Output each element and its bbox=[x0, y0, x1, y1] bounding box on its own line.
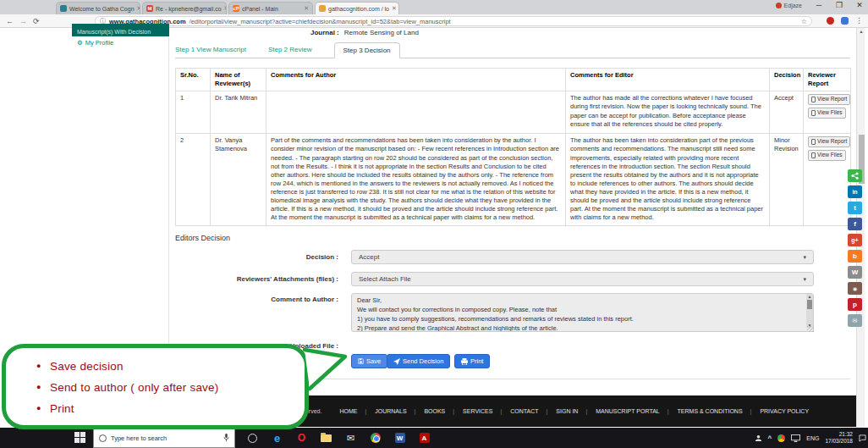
scroll-up-arrow[interactable]: ▲ bbox=[857, 29, 865, 34]
notification-center-icon[interactable] bbox=[859, 434, 866, 442]
journal-value: Remote Sensing of Land bbox=[344, 29, 419, 36]
word-icon[interactable]: W bbox=[387, 428, 412, 448]
language-indicator[interactable]: ENG bbox=[806, 435, 819, 441]
footer-link[interactable]: JOURNALS bbox=[371, 408, 420, 414]
tab-title: Welcome to Gatha Cogn bbox=[69, 6, 135, 12]
address-bar[interactable]: ⓘ www.gathacognition.com /editorportal/v… bbox=[95, 16, 812, 26]
browser-tab-3[interactable]: cP cPanel - Main ✕ bbox=[228, 2, 313, 14]
document-icon bbox=[811, 110, 816, 116]
footer-link[interactable]: PRIVACY POLICY bbox=[755, 408, 813, 414]
footer-links: HOME JOURNALS BOOKS SERVICES CONTACT SIG… bbox=[335, 408, 813, 414]
extension-icon-blue[interactable] bbox=[841, 17, 849, 25]
tab-close-icon[interactable]: ✕ bbox=[224, 5, 227, 12]
file-explorer-icon[interactable] bbox=[314, 428, 338, 448]
sidebar-item-my-profile[interactable]: ⚙ My Profile bbox=[77, 39, 113, 47]
footer-link[interactable]: TERMS & CONDITIONS bbox=[673, 408, 756, 414]
comment-to-author-textarea[interactable]: Dear Sir, We will contact you for correc… bbox=[351, 293, 814, 332]
save-button[interactable]: Save bbox=[351, 354, 387, 368]
google-plus-icon[interactable]: g+ bbox=[848, 234, 862, 246]
col-decision: Decision bbox=[770, 69, 804, 91]
acrobat-icon[interactable]: A bbox=[412, 428, 437, 448]
social-share-bar: in t f g+ b W ◉ p ✉ bbox=[848, 169, 863, 327]
footer-link[interactable]: SIGN IN bbox=[552, 408, 591, 414]
tray-chevron-icon[interactable]: ^ bbox=[768, 434, 772, 442]
browser-tab-1[interactable]: Welcome to Gatha Cogn ✕ bbox=[56, 2, 140, 14]
browser-tab-4-active[interactable]: gathacognition.com / lo ✕ bbox=[315, 2, 399, 14]
callout-item: Send to author ( only after save) bbox=[36, 377, 305, 398]
col-comments-author: Comments for Author bbox=[266, 69, 566, 91]
journal-label: Journal : bbox=[310, 29, 339, 36]
tab-step2-review[interactable]: Step 2 Review bbox=[268, 46, 312, 58]
tab-step3-decision-active[interactable]: Step 3 Decision bbox=[334, 42, 400, 58]
sidebar-item-manuscripts-with-decision[interactable]: Manuscript(s) With Decision bbox=[72, 24, 169, 36]
extension-icon-red[interactable] bbox=[827, 17, 834, 25]
footer-link[interactable]: MANUSCRIPT PORTAL bbox=[591, 408, 673, 414]
bookmark-star-icon[interactable]: ☆ bbox=[801, 18, 807, 25]
browser-menu-icon[interactable]: ⋮ bbox=[855, 16, 863, 25]
pinterest-icon[interactable]: p bbox=[848, 298, 862, 311]
textarea-scrollbar[interactable]: ▲▼ bbox=[806, 294, 813, 328]
instagram-icon[interactable]: ◉ bbox=[848, 282, 862, 295]
chrome-icon[interactable] bbox=[363, 428, 387, 448]
clock-date: 17/03/2018 bbox=[825, 438, 853, 445]
back-icon[interactable]: ← bbox=[6, 17, 14, 25]
cpanel-favicon: cP bbox=[233, 5, 239, 12]
view-report-button[interactable]: View Report bbox=[808, 94, 850, 105]
twitter-icon[interactable]: t bbox=[848, 202, 862, 214]
resize-grip[interactable] bbox=[807, 326, 814, 332]
minimize-button[interactable]: ─ bbox=[814, 1, 824, 9]
share-icon[interactable] bbox=[848, 169, 862, 182]
col-reviewer-report: Reviewer Report bbox=[804, 69, 851, 91]
close-button[interactable]: ✕ bbox=[854, 1, 865, 9]
browser-tab-2[interactable]: M Re - kpnehere@gmail.co ✕ bbox=[142, 2, 227, 14]
footer-link[interactable]: HOME bbox=[335, 408, 371, 414]
tab-title: gathacognition.com / lo bbox=[328, 6, 389, 12]
view-files-button[interactable]: View Files bbox=[808, 108, 846, 119]
facebook-icon[interactable]: f bbox=[848, 218, 862, 230]
gear-icon: ⚙ bbox=[77, 39, 83, 47]
screen: Welcome to Gatha Cogn ✕ M Re - kpnehere@… bbox=[0, 0, 868, 448]
network-display-icon[interactable] bbox=[791, 434, 800, 442]
url-path: /editorportal/view_manuscript?active=chi… bbox=[190, 18, 798, 25]
tab-step1-view-manuscript[interactable]: Step 1 View Manuscript bbox=[175, 46, 246, 58]
view-report-button[interactable]: View Report bbox=[808, 136, 850, 147]
footer-link[interactable]: CONTACT bbox=[506, 408, 552, 414]
save-icon bbox=[358, 358, 364, 364]
edge-icon[interactable]: e bbox=[265, 428, 289, 448]
blogger-icon[interactable]: b bbox=[848, 250, 862, 263]
view-files-button[interactable]: View Files bbox=[808, 150, 846, 161]
linkedin-icon[interactable]: in bbox=[848, 185, 862, 198]
maximize-button[interactable]: ❐ bbox=[834, 1, 844, 9]
send-decision-button[interactable]: Send Decision bbox=[387, 354, 450, 368]
document-icon bbox=[811, 97, 816, 102]
print-button[interactable]: Print bbox=[454, 354, 490, 368]
attachments-select[interactable]: Select Attach File ▾ bbox=[351, 272, 814, 286]
people-icon[interactable] bbox=[755, 434, 762, 442]
opera-icon[interactable]: O bbox=[289, 428, 314, 448]
email-icon[interactable]: ✉ bbox=[848, 314, 862, 327]
cell-decision: Minor Revision bbox=[770, 134, 804, 225]
taskbar-search[interactable]: Type here to search bbox=[93, 428, 235, 448]
taskbar-clock[interactable]: 21:32 17/03/2018 bbox=[825, 431, 853, 445]
reload-icon[interactable]: ⟳ bbox=[33, 17, 40, 25]
taskbar-apps: e O ✉ W A bbox=[240, 428, 437, 448]
portal-page: Manuscript(s) With Decision ⚙ My Profile… bbox=[0, 28, 868, 428]
cell-comments-author bbox=[266, 91, 566, 134]
mail-icon[interactable]: ✉ bbox=[338, 428, 363, 448]
cell-report: View Report View Files bbox=[804, 91, 851, 134]
decision-select[interactable]: Accept ▾ bbox=[351, 250, 814, 264]
tray-chrome-icon[interactable] bbox=[777, 434, 785, 442]
footer-link[interactable]: SERVICES bbox=[459, 408, 506, 414]
tab-close-icon[interactable]: ✕ bbox=[304, 5, 309, 12]
tab-title: Re - kpnehere@gmail.co bbox=[156, 6, 222, 12]
document-icon bbox=[811, 152, 816, 158]
footer-link[interactable]: BOOKS bbox=[420, 408, 459, 414]
document-icon bbox=[811, 139, 816, 145]
forward-icon[interactable]: → bbox=[19, 17, 27, 25]
tab-close-icon[interactable]: ✕ bbox=[392, 5, 397, 12]
microphone-icon[interactable] bbox=[223, 434, 229, 442]
task-view-icon[interactable] bbox=[240, 428, 265, 448]
start-button[interactable] bbox=[74, 432, 85, 443]
tab-close-icon[interactable]: ✕ bbox=[137, 5, 140, 12]
wordpress-icon[interactable]: W bbox=[848, 266, 862, 279]
